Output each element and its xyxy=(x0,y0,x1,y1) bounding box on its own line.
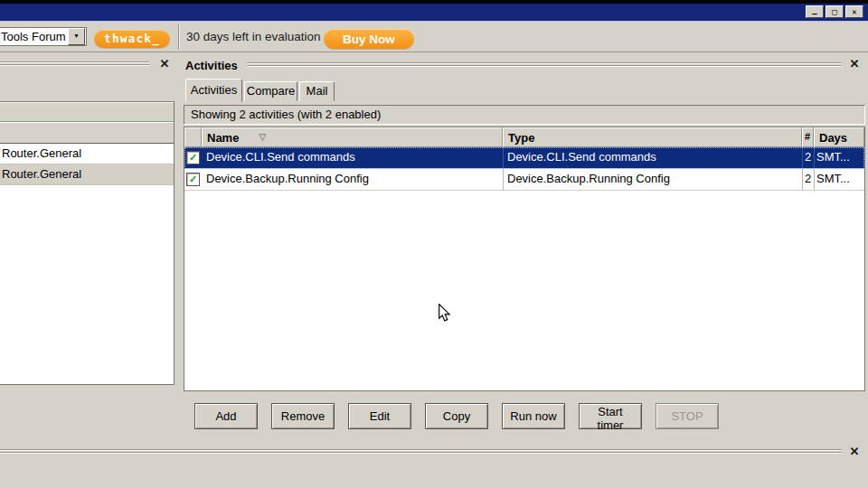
copy-button[interactable]: Copy xyxy=(425,403,488,429)
maximize-button[interactable]: □ xyxy=(826,5,844,18)
activity-count: 2 xyxy=(802,169,814,190)
type-column-label: Type xyxy=(508,131,534,145)
table-header-row: Name ▽ Type # Days xyxy=(184,127,864,147)
checkbox-checked-icon[interactable]: ✓ xyxy=(186,173,200,186)
name-column-label: Name xyxy=(207,131,239,145)
left-panel-grip[interactable] xyxy=(0,61,149,67)
thwack-button[interactable]: thwack_ xyxy=(94,30,170,48)
mouse-cursor xyxy=(438,304,451,323)
row-checkbox-cell: ✓ xyxy=(184,169,202,190)
sort-descending-icon: ▽ xyxy=(259,131,266,144)
left-list-column-header[interactable] xyxy=(0,122,174,144)
activity-days: SMT... xyxy=(814,169,864,190)
activity-days: SMT... xyxy=(814,147,864,168)
toolbar: Tools Forum ▼ thwack_ 30 days left in ev… xyxy=(0,22,868,52)
remove-button[interactable]: Remove xyxy=(271,403,335,429)
maximize-icon: □ xyxy=(832,7,836,16)
edit-button[interactable]: Edit xyxy=(348,403,411,429)
title-bar[interactable]: — □ ✕ xyxy=(0,4,868,22)
checkbox-checked-icon[interactable]: ✓ xyxy=(186,151,200,164)
list-item[interactable]: Router.General xyxy=(0,144,174,164)
bottom-panel-close-icon[interactable]: ✕ xyxy=(847,445,862,459)
add-button[interactable]: Add xyxy=(194,403,258,429)
toolbar-separator xyxy=(178,24,180,50)
name-column-header[interactable]: Name ▽ xyxy=(202,127,503,147)
days-column-header[interactable]: Days xyxy=(814,127,864,147)
count-column-header[interactable]: # xyxy=(802,127,814,147)
left-panel-close-icon[interactable]: ✕ xyxy=(157,57,172,71)
type-column-header[interactable]: Type xyxy=(503,127,802,147)
activities-panel-title: Activities xyxy=(185,59,238,72)
app-window: — □ ✕ Tools Forum ▼ thwack_ 30 days left… xyxy=(0,0,868,488)
activity-name: Device.CLI.Send commands xyxy=(202,147,503,168)
activity-count: 2 xyxy=(802,147,814,168)
minimize-button[interactable]: — xyxy=(806,5,824,18)
activities-status-text: Showing 2 activities (with 2 enabled) xyxy=(184,105,865,125)
tab-compare[interactable]: Compare xyxy=(244,81,297,101)
activities-panel-close-icon[interactable]: ✕ xyxy=(847,57,862,71)
table-row[interactable]: ✓ Device.Backup.Running Config Device.Ba… xyxy=(184,169,864,191)
forum-combobox[interactable]: Tools Forum ▼ xyxy=(0,27,87,46)
activity-type: Device.CLI.Send commands xyxy=(503,147,802,168)
table-row[interactable]: ✓ Device.CLI.Send commands Device.CLI.Se… xyxy=(184,147,864,169)
close-icon: ✕ xyxy=(852,7,856,16)
buy-now-button[interactable]: Buy Now xyxy=(324,29,414,49)
activities-panel-grip[interactable] xyxy=(247,62,842,68)
bottom-panel-grip[interactable] xyxy=(0,449,842,455)
start-timer-button[interactable]: Start timer xyxy=(579,403,642,429)
row-checkbox-cell: ✓ xyxy=(184,147,202,168)
activity-name: Device.Backup.Running Config xyxy=(202,169,503,190)
window-controls: — □ ✕ xyxy=(806,5,863,18)
activities-button-row: Add Remove Edit Copy Run now Start timer… xyxy=(194,403,719,429)
stop-button: STOP xyxy=(656,403,719,429)
checkbox-column-header[interactable] xyxy=(184,127,202,147)
chevron-down-icon[interactable]: ▼ xyxy=(68,28,85,45)
close-button[interactable]: ✕ xyxy=(845,5,863,18)
left-device-list: Router.General Router.General xyxy=(0,101,175,385)
activity-type: Device.Backup.Running Config xyxy=(503,169,802,190)
left-list-toolbar xyxy=(0,102,174,122)
tab-mail[interactable]: Mail xyxy=(299,81,335,101)
forum-combobox-value: Tools Forum xyxy=(0,30,68,43)
minimize-icon: — xyxy=(812,8,816,19)
run-now-button[interactable]: Run now xyxy=(502,403,565,429)
list-item[interactable]: Router.General xyxy=(0,164,174,185)
activities-table: Name ▽ Type # Days ✓ Device.CLI.Send com… xyxy=(184,127,865,391)
evaluation-days-text: 30 days left in evaluation xyxy=(186,30,321,43)
tab-activities[interactable]: Activities xyxy=(185,79,242,102)
